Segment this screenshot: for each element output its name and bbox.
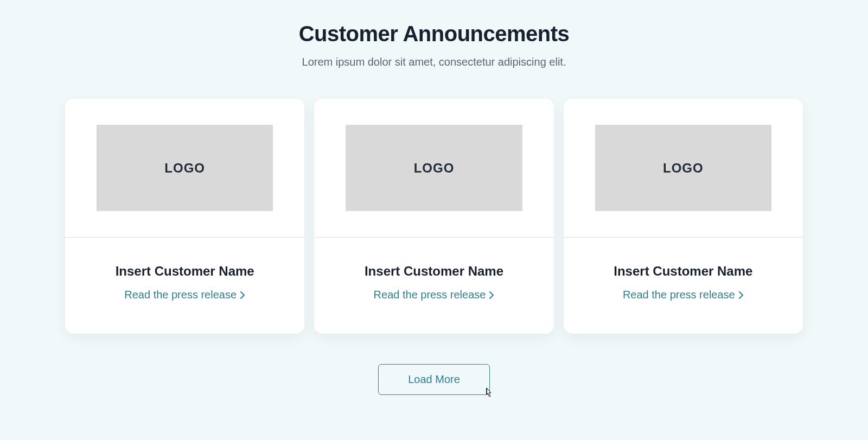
customer-name: Insert Customer Name bbox=[325, 264, 542, 279]
customer-name: Insert Customer Name bbox=[575, 264, 792, 279]
chevron-right-icon bbox=[240, 291, 245, 299]
load-more-row: Load More bbox=[65, 364, 803, 395]
press-release-link-label: Read the press release bbox=[374, 289, 486, 301]
card-body: Insert Customer Name Read the press rele… bbox=[314, 238, 553, 334]
logo-area: LOGO bbox=[564, 99, 803, 238]
load-more-button[interactable]: Load More bbox=[378, 364, 490, 395]
logo-placeholder: LOGO bbox=[97, 125, 273, 211]
announcements-section: Customer Announcements Lorem ipsum dolor… bbox=[0, 0, 868, 428]
chevron-right-icon bbox=[738, 291, 744, 299]
press-release-link[interactable]: Read the press release bbox=[124, 289, 245, 301]
logo-area: LOGO bbox=[314, 99, 553, 238]
customer-card: LOGO Insert Customer Name Read the press… bbox=[564, 99, 803, 334]
section-subtitle: Lorem ipsum dolor sit amet, consectetur … bbox=[65, 56, 803, 68]
card-body: Insert Customer Name Read the press rele… bbox=[564, 238, 803, 334]
chevron-right-icon bbox=[489, 291, 494, 299]
card-body: Insert Customer Name Read the press rele… bbox=[65, 238, 304, 334]
press-release-link[interactable]: Read the press release bbox=[374, 289, 495, 301]
section-title: Customer Announcements bbox=[65, 22, 803, 46]
logo-placeholder: LOGO bbox=[595, 125, 771, 211]
logo-area: LOGO bbox=[65, 99, 304, 238]
logo-placeholder: LOGO bbox=[346, 125, 522, 211]
press-release-link-label: Read the press release bbox=[623, 289, 735, 301]
press-release-link-label: Read the press release bbox=[124, 289, 237, 301]
customer-name: Insert Customer Name bbox=[76, 264, 293, 279]
cards-row: LOGO Insert Customer Name Read the press… bbox=[65, 99, 803, 334]
customer-card: LOGO Insert Customer Name Read the press… bbox=[65, 99, 304, 334]
customer-card: LOGO Insert Customer Name Read the press… bbox=[314, 99, 553, 334]
press-release-link[interactable]: Read the press release bbox=[623, 289, 744, 301]
